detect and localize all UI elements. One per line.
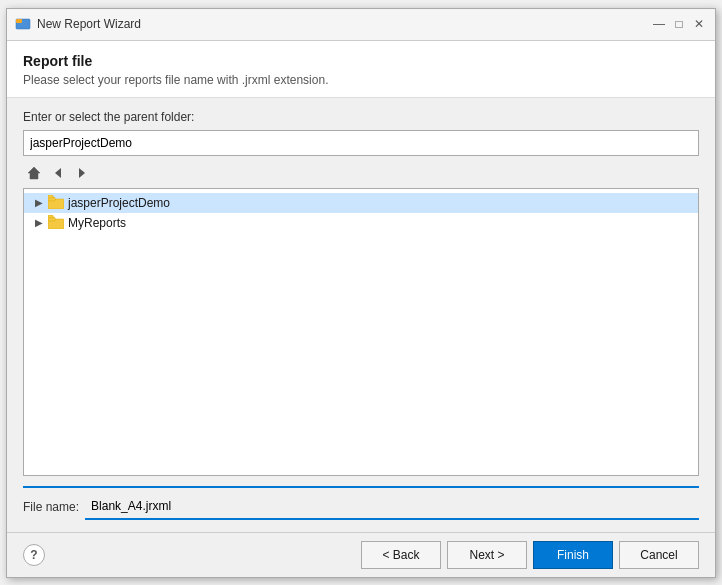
svg-marker-2: [28, 167, 40, 179]
tree-item-myreports[interactable]: ▶ MyReports: [24, 213, 698, 233]
tree-arrow-jasper: ▶: [32, 196, 46, 210]
help-button[interactable]: ?: [23, 544, 45, 566]
tree-item-jasper[interactable]: ▶ jasperProjectDemo: [24, 193, 698, 213]
svg-rect-1: [16, 19, 22, 23]
tree-label-jasper: jasperProjectDemo: [68, 196, 170, 210]
minimize-button[interactable]: —: [651, 16, 667, 32]
wizard-header: Report file Please select your reports f…: [7, 41, 715, 98]
file-name-row: File name:: [23, 486, 699, 520]
tree-arrow-myreports: ▶: [32, 216, 46, 230]
wizard-title: Report file: [23, 53, 699, 69]
svg-marker-3: [55, 168, 61, 178]
back-button[interactable]: [47, 162, 69, 184]
folder-input[interactable]: jasperProjectDemo: [23, 130, 699, 156]
action-buttons: < Back Next > Finish Cancel: [361, 541, 699, 569]
wizard-subtitle: Please select your reports file name wit…: [23, 73, 699, 87]
svg-rect-10: [48, 215, 53, 218]
svg-rect-7: [48, 195, 53, 198]
folder-label: Enter or select the parent folder:: [23, 110, 699, 124]
file-name-input[interactable]: [85, 494, 699, 520]
wizard-main: Enter or select the parent folder: jaspe…: [7, 98, 715, 532]
folder-icon-jasper: [48, 195, 64, 211]
cancel-button[interactable]: Cancel: [619, 541, 699, 569]
finish-button[interactable]: Finish: [533, 541, 613, 569]
window-icon: [15, 16, 31, 32]
forward-button[interactable]: [71, 162, 93, 184]
window-title: New Report Wizard: [37, 17, 651, 31]
maximize-button[interactable]: □: [671, 16, 687, 32]
window-controls: — □ ✕: [651, 16, 707, 32]
next-button[interactable]: Next >: [447, 541, 527, 569]
file-name-label: File name:: [23, 500, 79, 514]
title-bar: New Report Wizard — □ ✕: [7, 9, 715, 41]
wizard-footer: ? < Back Next > Finish Cancel: [7, 532, 715, 577]
folder-toolbar: [23, 160, 699, 186]
folder-icon-myreports: [48, 215, 64, 231]
folder-tree[interactable]: ▶ jasperProjectDemo ▶: [23, 188, 699, 476]
home-button[interactable]: [23, 162, 45, 184]
svg-marker-4: [79, 168, 85, 178]
tree-label-myreports: MyReports: [68, 216, 126, 230]
back-button[interactable]: < Back: [361, 541, 441, 569]
wizard-window: New Report Wizard — □ ✕ Report file Plea…: [6, 8, 716, 578]
close-button[interactable]: ✕: [691, 16, 707, 32]
